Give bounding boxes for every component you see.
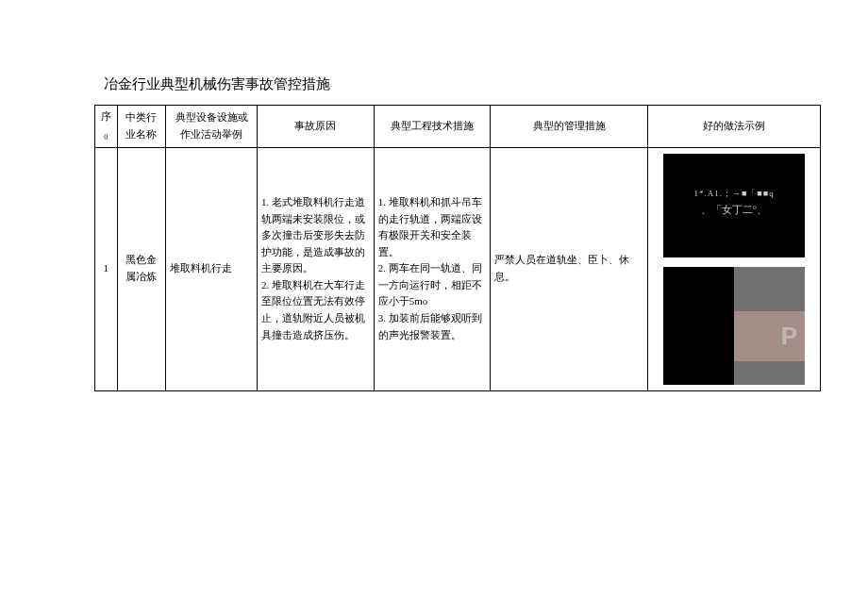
cell-engineering: 1. 堆取料机和抓斗吊车的走行轨道，两端应设有极限开关和安全装置。2. 两车在同… xyxy=(374,147,491,390)
example-image-2-right-top xyxy=(734,267,805,312)
control-measures-table: 序0 中类行业名称 典型设备设施或作业活动举例 事故原因 典型工程技术措施 典型… xyxy=(94,105,821,391)
header-seq: 序0 xyxy=(95,106,118,148)
header-equipment: 典型设备设施或作业活动举例 xyxy=(166,106,258,148)
example-image-2: P xyxy=(663,267,805,385)
header-example: 好的做法示例 xyxy=(648,106,821,148)
cell-industry: 黑色金属冶炼 xyxy=(117,147,166,390)
header-engineering: 典型工程技术措施 xyxy=(374,106,491,148)
example-image-1: 1*.A1.；→■「■■q 、「女丁二°、 xyxy=(663,154,805,257)
table-header-row: 序0 中类行业名称 典型设备设施或作业活动举例 事故原因 典型工程技术措施 典型… xyxy=(95,106,821,148)
example-image-2-right-mid: P xyxy=(734,311,805,361)
example-image-2-letter: P xyxy=(781,317,797,357)
example-image-2-left xyxy=(663,267,734,385)
header-reason: 事故原因 xyxy=(258,106,375,148)
example-image-2-right: P xyxy=(734,267,805,385)
example-image-1-text-2: 、「女丁二°、 xyxy=(701,202,767,219)
document-title: 冶金行业典型机械伤害事故管控措施 xyxy=(104,75,821,93)
cell-example: 1*.A1.；→■「■■q 、「女丁二°、 P xyxy=(648,147,821,390)
cell-management: 严禁人员在道轨坐、臣卜、休息。 xyxy=(491,147,648,390)
cell-seq: 1 xyxy=(95,147,118,390)
table-row: 1 黑色金属冶炼 堆取料机行走 1. 老式堆取料机行走道轨两端未安装限位，或多次… xyxy=(95,147,821,390)
header-industry: 中类行业名称 xyxy=(117,106,166,148)
cell-reason: 1. 老式堆取料机行走道轨两端未安装限位，或多次撞击后变形失去防护功能，是造成事… xyxy=(258,147,375,390)
example-image-1-text-1: 1*.A1.；→■「■■q xyxy=(693,187,774,200)
header-management: 典型的管理措施 xyxy=(491,106,648,148)
example-image-2-right-bot xyxy=(734,361,805,385)
cell-equipment: 堆取料机行走 xyxy=(166,147,258,390)
